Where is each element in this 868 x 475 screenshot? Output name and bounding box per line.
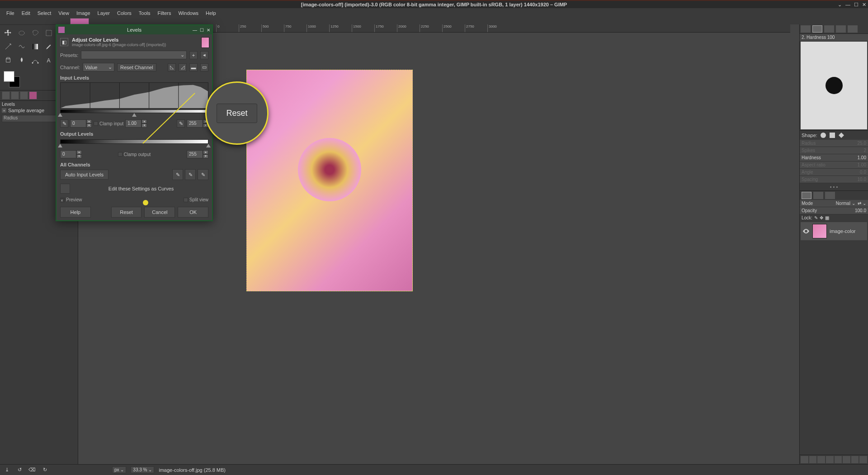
shape-diamond-icon[interactable]	[838, 132, 844, 138]
dock-tab-3[interactable]	[20, 91, 28, 100]
text-tool[interactable]: A	[42, 54, 55, 66]
preview-checkbox[interactable]: ×	[60, 198, 65, 202]
layer-name[interactable]: image-color	[830, 228, 855, 234]
layer-row[interactable]: image-color	[801, 222, 867, 240]
dock-tab-1[interactable]	[2, 91, 10, 100]
channels-tab-icon[interactable]	[813, 192, 823, 199]
menu-view[interactable]: View	[55, 9, 73, 17]
menu-filters[interactable]: Filters	[154, 9, 175, 17]
merge-layer-icon[interactable]	[843, 456, 850, 463]
path-tool[interactable]	[29, 54, 42, 66]
gradient-tool[interactable]	[29, 40, 42, 53]
curves-icon[interactable]	[60, 184, 70, 194]
menu-select[interactable]: Select	[34, 9, 55, 17]
lock-paint-icon[interactable]: ✎	[814, 215, 818, 220]
log-hist-icon[interactable]: ◿	[179, 63, 187, 71]
maximize-btn[interactable]: ☐	[854, 2, 859, 8]
menu-colors[interactable]: Colors	[113, 9, 135, 17]
hist-view2-icon[interactable]: ▭	[200, 63, 208, 71]
preset-menu-icon[interactable]: ◂	[200, 51, 208, 59]
visibility-icon[interactable]	[802, 228, 810, 235]
cancel-button[interactable]: Cancel	[144, 207, 175, 218]
linear-hist-icon[interactable]: ◺	[168, 63, 176, 71]
help-button[interactable]: Help	[60, 207, 91, 218]
fg-color[interactable]	[4, 71, 14, 82]
reset-button[interactable]: Reset	[111, 207, 142, 218]
layers-tab-icon[interactable]	[802, 192, 811, 199]
white-eyedropper-icon[interactable]: ✎	[177, 119, 185, 128]
lock-alpha-icon[interactable]: ▦	[825, 215, 829, 220]
paintbrush-tool[interactable]	[42, 40, 55, 53]
out-high-input[interactable]: 255	[187, 150, 203, 158]
edit-as-curves-button[interactable]: Edit these Settings as Curves	[74, 186, 208, 191]
raise-layer-icon[interactable]	[817, 456, 825, 463]
presets-combo[interactable]: ⌄	[81, 51, 187, 59]
opacity-value[interactable]: 100.0	[855, 208, 866, 213]
move-tool[interactable]	[2, 27, 14, 39]
image-tab[interactable]	[70, 18, 89, 24]
mode-value[interactable]: Normal	[836, 201, 850, 206]
out-low-input[interactable]: 0	[60, 150, 76, 158]
zoom-select[interactable]: 33.3 % ⌄	[131, 466, 154, 473]
rtab-history-icon[interactable]	[836, 25, 846, 33]
pick-white-icon[interactable]: ✎	[198, 169, 208, 180]
channel-combo[interactable]: Value⌄	[83, 63, 114, 71]
lower-layer-icon[interactable]	[826, 456, 834, 463]
status-save-icon[interactable]: ⤓	[3, 466, 11, 474]
reset-channel-button[interactable]: Reset Channel	[117, 63, 156, 71]
rtab-patterns-icon[interactable]	[812, 25, 822, 33]
status-redo-icon[interactable]: ↻	[41, 466, 49, 474]
close-btn[interactable]: ✕	[862, 2, 866, 8]
clamp-input-checkbox[interactable]	[94, 121, 98, 126]
menu-file[interactable]: File	[3, 9, 18, 17]
rtab-brushes-icon[interactable]	[801, 25, 811, 33]
unit-select[interactable]: px ⌄	[112, 466, 126, 473]
menu-tools[interactable]: Tools	[135, 9, 154, 17]
minimize-btn[interactable]: —	[845, 2, 850, 8]
menu-windows[interactable]: Windows	[175, 9, 202, 17]
dock-tab-2[interactable]	[11, 91, 19, 100]
dialog-minimize-icon[interactable]: —	[193, 28, 197, 33]
black-eyedropper-icon[interactable]: ✎	[60, 119, 68, 128]
rotate-tool[interactable]	[2, 40, 14, 53]
dialog-maximize-icon[interactable]: ☐	[200, 28, 204, 33]
hist-view-icon[interactable]: ▬	[189, 63, 198, 71]
low-input[interactable]: 0	[70, 119, 86, 128]
fuzzy-select-tool[interactable]	[42, 27, 55, 39]
clone-tool[interactable]	[2, 54, 14, 66]
layer-group-icon[interactable]	[809, 456, 817, 463]
smudge-tool[interactable]	[15, 54, 28, 66]
clamp-output-checkbox[interactable]	[118, 152, 123, 157]
rtab-editor-icon[interactable]	[848, 25, 858, 33]
rtab-fonts-icon[interactable]	[824, 25, 834, 33]
menu-image[interactable]: Image	[73, 9, 94, 17]
status-undo-icon[interactable]: ↺	[15, 466, 24, 474]
menu-help[interactable]: Help	[202, 9, 220, 17]
menu-layer[interactable]: Layer	[94, 9, 114, 17]
delete-layer-icon[interactable]	[859, 456, 867, 463]
shape-square-icon[interactable]	[829, 132, 835, 138]
dialog-close-icon[interactable]: ✕	[207, 28, 210, 33]
pick-gray-icon[interactable]: ✎	[185, 169, 196, 180]
ellipse-select-tool[interactable]	[15, 27, 28, 39]
paths-tab-icon[interactable]	[825, 192, 835, 199]
minimize-icon[interactable]: ⌄	[838, 2, 842, 8]
warp-tool[interactable]	[15, 40, 28, 53]
gamma-input[interactable]: 1.00	[125, 119, 142, 128]
input-markers[interactable]	[60, 113, 208, 118]
split-view-checkbox[interactable]	[184, 198, 188, 202]
free-select-tool[interactable]	[29, 27, 42, 39]
dock-tab-4[interactable]	[29, 91, 37, 100]
ok-button[interactable]: OK	[178, 207, 208, 218]
lock-move-icon[interactable]: ✥	[820, 215, 823, 220]
shape-circle-icon[interactable]	[820, 132, 826, 138]
input-gradient[interactable]	[60, 109, 208, 113]
add-preset-icon[interactable]: +	[189, 51, 198, 59]
image-canvas[interactable]	[246, 70, 413, 291]
status-delete-icon[interactable]: ⌫	[28, 466, 36, 474]
output-markers[interactable]	[60, 144, 208, 148]
dialog-titlebar[interactable]: Levels — ☐ ✕	[57, 25, 212, 34]
output-gradient[interactable]	[60, 139, 208, 144]
duplicate-layer-icon[interactable]	[835, 456, 842, 463]
menu-edit[interactable]: Edit	[18, 9, 34, 17]
